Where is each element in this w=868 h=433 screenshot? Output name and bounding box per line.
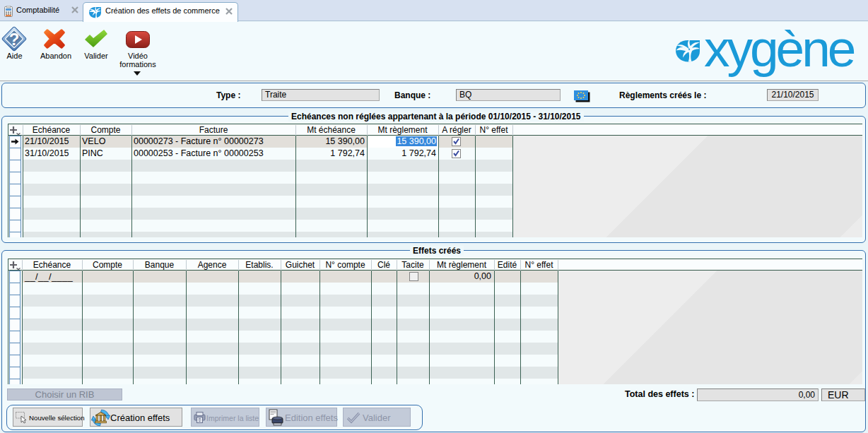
svg-text:xygène: xygène <box>704 30 855 77</box>
svg-text:?: ? <box>9 30 20 49</box>
